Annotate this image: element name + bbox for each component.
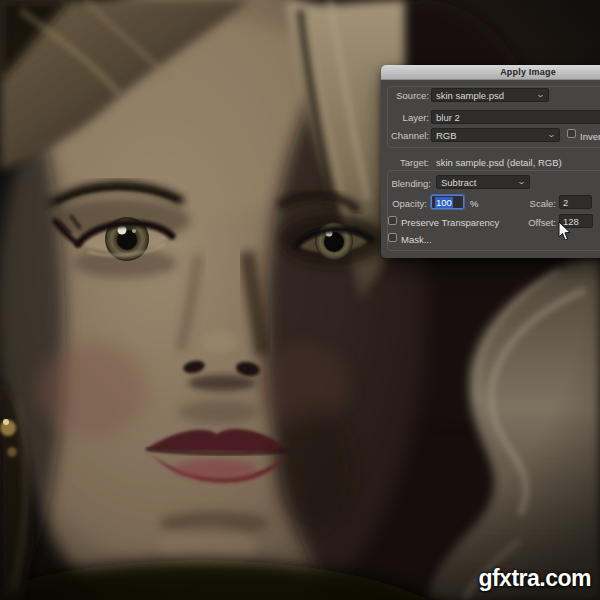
opacity-label: Opacity: xyxy=(381,198,427,209)
scale-label: Scale: xyxy=(506,198,556,209)
scale-value: 2 xyxy=(563,197,568,208)
target-label: Target: xyxy=(381,157,429,168)
target-value: skin sample.psd (detail, RGB) xyxy=(436,157,562,168)
channel-label: Channel: xyxy=(381,130,429,141)
mask-checkbox[interactable] xyxy=(388,233,397,242)
channel-dropdown[interactable]: RGB ⌄ xyxy=(431,128,560,142)
dialog-titlebar[interactable]: Apply Image xyxy=(381,65,600,80)
source-label: Source: xyxy=(381,90,429,101)
blending-value: Subtract xyxy=(441,177,476,188)
invert-checkbox[interactable] xyxy=(567,129,576,138)
blending-label: Blending: xyxy=(381,178,431,189)
layer-value: blur 2 xyxy=(436,112,460,123)
channel-value: RGB xyxy=(436,130,457,141)
opacity-unit: % xyxy=(470,198,478,209)
mask-label: Mask... xyxy=(401,234,432,245)
dialog-title: Apply Image xyxy=(500,67,556,77)
layer-dropdown[interactable]: blur 2 xyxy=(431,110,600,124)
watermark: gfxtra.com xyxy=(478,565,591,592)
preserve-transparency-label: Preserve Transparency xyxy=(401,217,499,228)
source-dropdown[interactable]: skin sample.psd ⌄ xyxy=(431,88,549,102)
opacity-value: 100 xyxy=(435,197,453,208)
opacity-input[interactable]: 100 xyxy=(431,195,464,209)
preserve-transparency-checkbox[interactable] xyxy=(388,216,397,225)
chevron-down-icon: ⌄ xyxy=(517,178,526,186)
chevron-down-icon: ⌄ xyxy=(547,131,556,139)
source-value: skin sample.psd xyxy=(436,90,504,101)
scale-input[interactable]: 2 xyxy=(559,195,592,209)
chevron-down-icon: ⌄ xyxy=(536,91,545,99)
blending-dropdown[interactable]: Subtract ⌄ xyxy=(436,175,530,189)
offset-label: Offset: xyxy=(506,217,556,228)
invert-label: Invert xyxy=(580,131,600,142)
layer-label: Layer: xyxy=(381,112,429,123)
mouse-cursor xyxy=(558,221,572,242)
